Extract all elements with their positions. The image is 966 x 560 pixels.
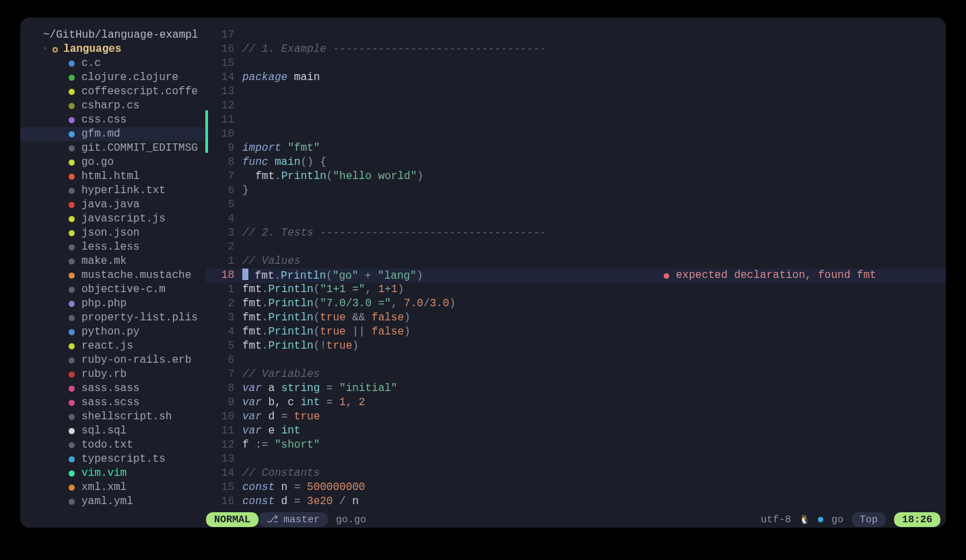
- code-line[interactable]: 11var e int: [206, 424, 946, 438]
- line-number: 3: [206, 226, 242, 240]
- git-branch-segment[interactable]: ⎇ master: [258, 512, 328, 527]
- code-content: // 1. Example --------------------------…: [242, 42, 546, 57]
- code-line[interactable]: 18 fmt.Println("go" + "lang")expected de…: [206, 269, 946, 283]
- code-content: const n = 500000000: [242, 481, 365, 495]
- file-tree-item[interactable]: sass.sass: [20, 382, 205, 396]
- file-tree-item[interactable]: csharp.cs: [20, 99, 205, 113]
- code-line[interactable]: 10: [206, 127, 946, 141]
- file-tree-item[interactable]: react.js: [20, 339, 205, 353]
- file-tree-item[interactable]: git.COMMIT_EDITMSG: [20, 141, 205, 155]
- file-type-dot-icon: [69, 75, 75, 81]
- code-line[interactable]: 8var a string = "initial": [206, 382, 946, 396]
- file-tree-item[interactable]: make.mk: [20, 254, 205, 269]
- file-tree-sidebar[interactable]: ~/GitHub/language-exampl ▾ languages c.c…: [20, 18, 206, 528]
- code-line[interactable]: 3fmt.Println(true && false): [206, 311, 946, 325]
- code-area[interactable]: 1716// 1. Example ----------------------…: [206, 18, 946, 512]
- line-number: 11: [206, 113, 242, 127]
- diagnostic-message: expected declaration, found fmt: [664, 269, 876, 283]
- code-line[interactable]: 6}: [206, 184, 946, 198]
- code-line[interactable]: 2: [206, 240, 946, 254]
- code-line[interactable]: 9import "fmt": [206, 141, 946, 155]
- file-tree-item-label: clojure.clojure: [81, 71, 178, 85]
- file-tree-item[interactable]: xml.xml: [20, 481, 205, 495]
- code-line[interactable]: 5fmt.Println(!true): [206, 339, 946, 353]
- code-line[interactable]: 17: [206, 28, 946, 42]
- code-line[interactable]: 11: [206, 113, 946, 127]
- editor-pane[interactable]: 1716// 1. Example ----------------------…: [206, 18, 946, 528]
- code-line[interactable]: 13: [206, 85, 946, 99]
- file-tree-item[interactable]: html.html: [20, 170, 205, 184]
- code-line[interactable]: 6: [206, 353, 946, 368]
- file-tree-item[interactable]: python.py: [20, 325, 205, 339]
- file-tree-item[interactable]: java.java: [20, 198, 205, 212]
- code-line[interactable]: 14// Constants: [206, 466, 946, 481]
- code-line[interactable]: 16// 1. Example ------------------------…: [206, 42, 946, 57]
- code-line[interactable]: 7// Variables: [206, 368, 946, 382]
- file-tree-item-label: c.c: [81, 57, 101, 71]
- file-tree-item[interactable]: php.php: [20, 297, 205, 311]
- code-line[interactable]: 7 fmt.Println("hello world"): [206, 170, 946, 184]
- file-tree-item[interactable]: css.css: [20, 113, 205, 127]
- file-tree-item[interactable]: objective-c.m: [20, 283, 205, 297]
- file-tree-item[interactable]: clojure.clojure: [20, 71, 205, 85]
- code-line[interactable]: 9var b, c int = 1, 2: [206, 396, 946, 410]
- tree-root[interactable]: ▾ languages: [20, 42, 205, 57]
- code-content: fmt.Println("7.0/3.0 =", 7.0/3.0): [242, 297, 456, 311]
- code-line[interactable]: 4: [206, 212, 946, 226]
- code-line[interactable]: 8func main() {: [206, 155, 946, 170]
- line-number: 15: [206, 57, 242, 71]
- file-tree-item[interactable]: yaml.yml: [20, 495, 205, 509]
- line-number: 16: [206, 495, 242, 509]
- file-tree-item[interactable]: property-list.plis: [20, 311, 205, 325]
- file-tree-item-label: php.php: [81, 297, 127, 311]
- file-tree-item-label: sql.sql: [81, 424, 127, 438]
- code-line[interactable]: 15const n = 500000000: [206, 481, 946, 495]
- code-line[interactable]: 14package main: [206, 71, 946, 85]
- file-tree-item[interactable]: ruby-on-rails.erb: [20, 353, 205, 368]
- code-line[interactable]: 4fmt.Println(true || false): [206, 325, 946, 339]
- code-line[interactable]: 1// Values: [206, 254, 946, 269]
- file-tree-item[interactable]: ruby.rb: [20, 368, 205, 382]
- file-tree-item[interactable]: mustache.mustache: [20, 269, 205, 283]
- code-content: import "fmt": [242, 141, 320, 155]
- file-tree-item[interactable]: c.c: [20, 57, 205, 71]
- code-line[interactable]: 3// 2. Tests ---------------------------…: [206, 226, 946, 240]
- file-tree-item[interactable]: json.json: [20, 226, 205, 240]
- file-tree-item[interactable]: coffeescript.coffe: [20, 85, 205, 99]
- file-tree-item[interactable]: shellscript.sh: [20, 410, 205, 424]
- file-tree-item[interactable]: less.less: [20, 240, 205, 254]
- file-tree-item[interactable]: gfm.md: [20, 127, 205, 141]
- code-line[interactable]: 2fmt.Println("7.0/3.0 =", 7.0/3.0): [206, 297, 946, 311]
- code-line[interactable]: 16const d = 3e20 / n: [206, 495, 946, 509]
- code-line[interactable]: 10var d = true: [206, 410, 946, 424]
- code-line[interactable]: 13: [206, 452, 946, 466]
- file-tree-item[interactable]: todo.txt: [20, 438, 205, 452]
- file-type-dot-icon: [69, 287, 75, 293]
- line-number: 7: [206, 170, 242, 184]
- code-line[interactable]: 12f := "short": [206, 438, 946, 452]
- file-tree-item[interactable]: sass.scss: [20, 396, 205, 410]
- file-tree-item[interactable]: vim.vim: [20, 466, 205, 481]
- file-tree-item[interactable]: javascript.js: [20, 212, 205, 226]
- file-type-dot-icon: [69, 131, 75, 137]
- code-line[interactable]: 12: [206, 99, 946, 113]
- code-line[interactable]: 15: [206, 57, 946, 71]
- code-line[interactable]: 1fmt.Println("1+1 =", 1+1): [206, 283, 946, 297]
- line-number: 5: [206, 198, 242, 212]
- file-type-dot-icon: [69, 315, 75, 321]
- line-number: 10: [206, 410, 242, 424]
- file-type-dot-icon: [69, 188, 75, 194]
- code-content: var b, c int = 1, 2: [242, 396, 365, 410]
- file-tree-item[interactable]: sql.sql: [20, 424, 205, 438]
- file-type-dot-icon: [69, 230, 75, 236]
- file-tree-item[interactable]: go.go: [20, 155, 205, 170]
- file-tree-item-label: objective-c.m: [81, 283, 166, 297]
- code-content: fmt.Println("hello world"): [242, 170, 423, 184]
- code-content: }: [242, 184, 249, 198]
- file-tree-item-label: gfm.md: [81, 127, 120, 141]
- file-tree-item-label: css.css: [81, 113, 127, 127]
- file-tree-item[interactable]: typescript.ts: [20, 452, 205, 466]
- file-tree-item-label: make.mk: [81, 254, 127, 269]
- file-tree-item[interactable]: hyperlink.txt: [20, 184, 205, 198]
- code-line[interactable]: 5: [206, 198, 946, 212]
